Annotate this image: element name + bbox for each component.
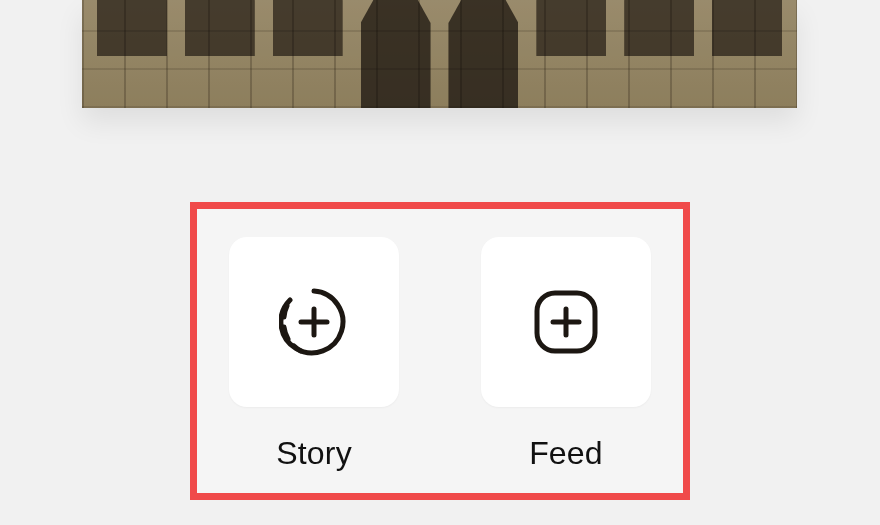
story-plus-icon — [279, 287, 349, 357]
share-option-story: Story — [229, 237, 399, 472]
feed-plus-icon — [531, 287, 601, 357]
share-options-panel: Story Feed — [190, 202, 690, 500]
share-option-story-button[interactable] — [229, 237, 399, 407]
share-option-story-label: Story — [276, 435, 352, 472]
preview-image-tone — [82, 0, 797, 108]
share-option-feed: Feed — [481, 237, 651, 472]
preview-image — [82, 0, 797, 108]
share-option-feed-button[interactable] — [481, 237, 651, 407]
share-option-feed-label: Feed — [529, 435, 603, 472]
